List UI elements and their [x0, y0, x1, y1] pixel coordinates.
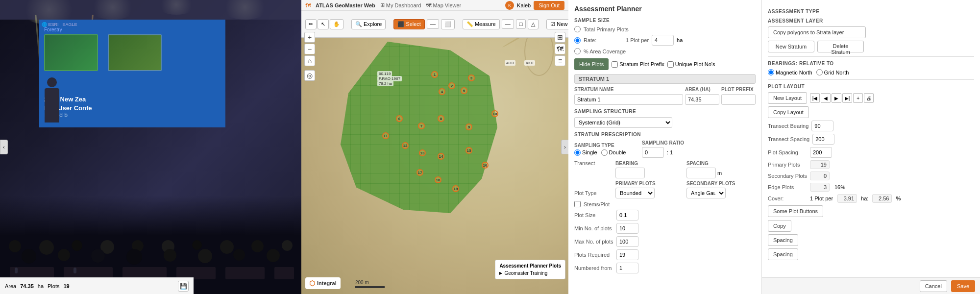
magnetic-north-label: Magnetic North [768, 69, 812, 75]
plot-size-input[interactable] [616, 210, 638, 220]
copy-polygons-button[interactable]: Copy polygons to Strata layer [768, 26, 866, 38]
sampling-structure-select[interactable]: Systematic (Grid) [574, 117, 672, 128]
map-label-area: 78.2 ha [377, 81, 393, 86]
stratum-plot-prefix-checkbox[interactable] [612, 61, 618, 68]
bearings-section: BEARINGS: RELATIVE TO [768, 61, 974, 66]
plot-marker-18: 18 [435, 176, 441, 183]
new-stratum-button[interactable]: New Stratum [768, 41, 814, 52]
transect-spacing-input[interactable] [812, 134, 834, 145]
sampling-structure-row: Systematic (Grid) [574, 117, 756, 128]
double-radio[interactable] [601, 149, 608, 156]
layers-button[interactable]: ⊞ [555, 32, 565, 43]
sampling-ratio-input[interactable] [642, 147, 664, 158]
min-plots-label: Min No. of plots [574, 225, 613, 231]
zoom-in-button[interactable]: + [304, 32, 315, 43]
rate-radio[interactable] [574, 37, 581, 44]
assessment-right-panel: ASSESSMENT TYPE ASSESSMENT LAYER Copy po… [762, 0, 980, 294]
select-option1[interactable]: — [427, 19, 439, 29]
some-plot-buttons-btn[interactable]: Some Plot Buttons [768, 205, 823, 217]
draw-pencil-button[interactable]: ✏ [305, 19, 317, 29]
plot-layout-section: PLOT LAYOUT [768, 84, 974, 89]
photo-panel: 🌐 ESRI EAGLE Forestry 2024 New Zea Esri … [0, 0, 301, 294]
secondary-plots-col: SECONDARY PLOTS [686, 181, 756, 186]
basemap-button[interactable]: 🗺 [555, 44, 565, 54]
plot-spacing-input[interactable] [810, 147, 832, 158]
cancel-button[interactable]: Cancel [920, 280, 947, 292]
map-collapse-arrow[interactable]: › [561, 140, 568, 154]
plot-spacing-row: Plot Spacing [768, 147, 974, 158]
max-plots-input[interactable] [616, 236, 638, 247]
right-panel: Assessment Planner SAMPLE SIZE Total Pri… [568, 0, 980, 294]
spacing-row2: Spacing [768, 248, 974, 260]
cover-value: 1 Plot per [810, 196, 833, 201]
plot-marker-9: 9 [466, 123, 472, 130]
explore-button[interactable]: 🔍 Explore [351, 19, 386, 29]
cursor-button[interactable]: ↖ [318, 19, 329, 29]
sign-out-button[interactable]: Sign Out [534, 1, 564, 10]
unique-plot-nos-checkbox[interactable] [667, 61, 674, 68]
plot-type-select[interactable]: Bounded [615, 188, 655, 198]
measure-opt1[interactable]: — [502, 19, 514, 29]
spacing-input[interactable] [686, 168, 716, 178]
home-button[interactable]: ⌂ [304, 55, 315, 66]
legend-button[interactable]: ≡ [555, 55, 565, 66]
plots-required-label: Plots Required [574, 252, 613, 258]
transect-spacing-label: Transect Spacing [768, 136, 809, 142]
new-layout-button[interactable]: New Layout [768, 92, 807, 104]
pan-button[interactable]: ✋ [330, 19, 343, 29]
save-button[interactable]: Save [951, 280, 975, 292]
numbered-from-input[interactable] [616, 263, 638, 273]
plot-nav-print[interactable]: 🖨 [864, 93, 874, 103]
new-assessment-button[interactable]: ☑ New Assessment [546, 19, 568, 29]
plot-nav-prev[interactable]: ◀ [821, 93, 831, 103]
hide-plots-button[interactable]: Hide Plots [574, 58, 609, 70]
spacing-button1[interactable]: Spacing [768, 234, 798, 246]
plot-nav: |◀ ◀ ▶ ▶| + 🖨 [810, 93, 874, 103]
single-radio[interactable] [574, 149, 581, 156]
measure-opt2[interactable]: □ [516, 19, 526, 29]
plot-marker-4: 4 [439, 88, 445, 95]
nav-map-viewer[interactable]: 🗺 Map Viewer [426, 2, 461, 8]
locate-button[interactable]: ◎ [304, 70, 315, 81]
map-terrain[interactable]: 60.119 P.RAO 1967 78.2 ha 40.0 43.0 [301, 27, 568, 294]
nav-dashboard[interactable]: ⊞ My Dashboard [380, 2, 421, 8]
select-button[interactable]: ⬛ Select [393, 19, 425, 29]
plot-nav-add[interactable]: + [853, 93, 863, 103]
area-coverage-radio[interactable] [574, 48, 581, 54]
bearing-input[interactable] [615, 168, 645, 178]
total-primary-radio[interactable] [574, 26, 581, 32]
zoom-out-button[interactable]: − [304, 44, 315, 54]
select-option2[interactable]: ⬜ [441, 19, 455, 29]
plot-nav-first[interactable]: |◀ [810, 93, 820, 103]
legend-title: Assessment Planner Plots [499, 263, 561, 269]
angle-gauge-select[interactable]: Angle Gauge [686, 188, 726, 198]
stratum-name-input[interactable] [574, 94, 683, 105]
min-plots-row: Min No. of plots [574, 223, 756, 234]
stems-plot-checkbox[interactable] [574, 201, 581, 207]
legend-arrow-icon: ▶ [499, 271, 502, 275]
stratum-grid-header: STRATUM NAME AREA (HA) PLOT PREFIX [574, 87, 756, 92]
plots-header: PRIMARY PLOTS SECONDARY PLOTS [574, 181, 756, 186]
double-radio-label: Double [601, 149, 626, 156]
plot-nav-last[interactable]: ▶| [842, 93, 852, 103]
plot-nav-next[interactable]: ▶ [832, 93, 841, 103]
prefix-input[interactable] [721, 94, 756, 105]
rate-value-input[interactable] [652, 35, 674, 46]
grid-north-radio[interactable] [816, 69, 823, 75]
prefix-col: PLOT PREFIX [721, 87, 756, 92]
legend-item[interactable]: ▶ Geomaster Training [499, 270, 561, 276]
magnetic-north-radio[interactable] [768, 69, 774, 75]
spacing-button2[interactable]: Spacing [768, 248, 798, 260]
plots-required-input[interactable] [616, 249, 638, 260]
measure-opt3[interactable]: △ [528, 19, 539, 29]
copy-layout-button[interactable]: Copy Layout [768, 106, 809, 118]
delete-stratum-button[interactable]: Delete Stratum [817, 41, 864, 52]
measure-button[interactable]: 📏 Measure [463, 19, 500, 29]
transect-bearing-input[interactable] [811, 121, 833, 131]
stems-plot-row: Stems/Plot [574, 201, 756, 207]
min-plots-input[interactable] [616, 223, 638, 234]
area-input[interactable] [685, 94, 719, 105]
panel-title: Assessment Planner [574, 5, 756, 13]
plot-size-row: Plot Size [574, 210, 756, 220]
copy-button[interactable]: Copy [768, 220, 791, 232]
